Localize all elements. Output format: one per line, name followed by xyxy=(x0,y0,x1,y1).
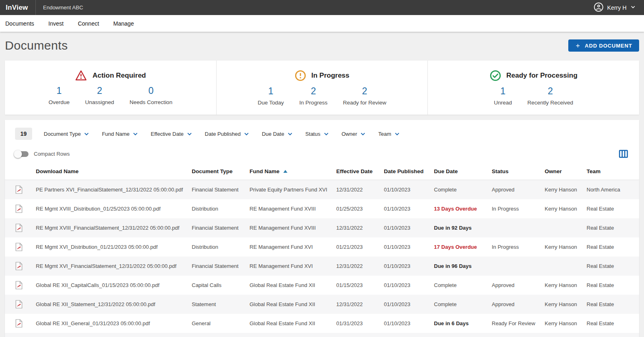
card-title: In Progress xyxy=(311,72,350,80)
table-row[interactable]: RE Mgmt XVIII_Distribution_01/25/2023 05… xyxy=(5,199,639,218)
warning-triangle-icon xyxy=(75,70,87,81)
filter-owner[interactable]: Owner xyxy=(342,131,366,137)
cell-team: Real Estate xyxy=(587,320,639,326)
cell-date-published: 01/10/2023 xyxy=(384,187,434,193)
cell-team: Real Estate xyxy=(587,301,639,307)
add-document-button[interactable]: ADD DOCUMENT xyxy=(568,39,639,52)
filter-label: Due Date xyxy=(262,131,284,137)
filter-effective-date[interactable]: Effective Date xyxy=(151,131,193,137)
card-stats: 1Due Today2In Progress2Ready for Review xyxy=(258,86,386,106)
pdf-file-icon[interactable] xyxy=(15,319,36,328)
cell-fund-name: Global Real Estate Fund XII xyxy=(250,320,336,326)
cell-owner: Kerry Hanson xyxy=(545,320,587,326)
stat-label: Needs Correction xyxy=(129,99,172,105)
compact-rows-toggle[interactable]: Compact Rows xyxy=(15,151,70,157)
card-action-required: Action Required 1Overdue2Unassigned0Need… xyxy=(5,61,216,115)
column-header-owner[interactable]: Owner xyxy=(545,168,587,174)
page-body: Documents ADD DOCUMENT Action Required xyxy=(0,35,644,337)
filter-date-published[interactable]: Date Published xyxy=(205,131,250,137)
stat-label: Overdue xyxy=(48,99,70,105)
cell-document-type: General xyxy=(192,320,250,326)
chevron-down-icon xyxy=(630,4,636,11)
pdf-file-icon[interactable] xyxy=(15,243,36,251)
table-row[interactable]: RE Mgmt XVIII_FinancialStatement_12/31/2… xyxy=(5,218,639,237)
column-header-due-date[interactable]: Due Date xyxy=(434,168,492,174)
filter-label: Effective Date xyxy=(151,131,184,137)
column-header-fund-name[interactable]: Fund Name xyxy=(250,168,336,174)
filter-document-type[interactable]: Document Type xyxy=(44,131,90,137)
table-row[interactable]: Global RE XII_Statement_12/31/2022 05:00… xyxy=(5,295,639,314)
stat-label: Ready for Review xyxy=(343,100,386,106)
filter-list: Document Type Fund Name Effective Date D… xyxy=(44,131,400,137)
cell-date-published: 01/10/2023 xyxy=(384,301,434,307)
cell-due-date: Due in 96 Days xyxy=(434,263,492,269)
column-settings-button[interactable] xyxy=(618,148,629,159)
cell-fund-name: Global Real Estate Fund XII xyxy=(250,282,336,288)
summary-cards: Action Required 1Overdue2Unassigned0Need… xyxy=(5,61,639,115)
cell-team: Real Estate xyxy=(587,244,639,250)
column-header-download-name[interactable]: Download Name xyxy=(36,168,192,174)
stat-unread: 1Unread xyxy=(494,86,512,106)
pdf-file-icon[interactable] xyxy=(15,204,36,213)
stat-unassigned: 2Unassigned xyxy=(85,85,114,105)
table-row[interactable]: PE Partners XVI_FinancialStatement_12/31… xyxy=(5,180,639,199)
add-document-label: ADD DOCUMENT xyxy=(585,43,632,49)
cell-due-date: Due in 6 Days xyxy=(434,320,492,326)
cell-download-name: Global RE XII_General_01/31/2023 05:00:0… xyxy=(36,320,192,326)
column-header-status[interactable]: Status xyxy=(492,168,545,174)
filter-due-date[interactable]: Due Date xyxy=(262,131,293,137)
top-bar: InView Endowment ABC Kerry H xyxy=(0,0,644,15)
stat-value: 2 xyxy=(97,85,102,96)
filter-label: Document Type xyxy=(44,131,81,137)
cell-effective-date: 01/21/2023 xyxy=(336,244,384,250)
column-label: Status xyxy=(492,168,508,174)
pdf-file-icon[interactable] xyxy=(15,281,36,289)
table-row[interactable]: RE Mgmt XVI_Distribution_01/21/2023 05:0… xyxy=(5,237,639,257)
column-header-date-published[interactable]: Date Published xyxy=(384,168,434,174)
stat-label: Recently Received xyxy=(528,100,574,106)
user-menu[interactable]: Kerry H xyxy=(594,2,644,13)
filter-label: Owner xyxy=(342,131,357,137)
nav-item-documents[interactable]: Documents xyxy=(5,20,34,27)
column-header-team[interactable]: Team xyxy=(587,168,639,174)
chevron-down-icon xyxy=(360,131,366,137)
nav-item-manage[interactable]: Manage xyxy=(113,20,134,27)
cell-status: In Progress xyxy=(492,206,545,212)
table-controls-row: Compact Rows xyxy=(5,140,639,159)
cell-effective-date: 01/15/2023 xyxy=(336,282,384,288)
main-nav: DocumentsInvestConnectManage xyxy=(0,15,644,32)
stat-value: 1 xyxy=(500,86,506,97)
cell-date-published: 01/10/2023 xyxy=(384,282,434,288)
pdf-file-icon[interactable] xyxy=(15,185,36,194)
documents-table: Download NameDocument TypeFund NameEffec… xyxy=(5,163,639,337)
nav-item-connect[interactable]: Connect xyxy=(78,20,99,27)
cell-date-published: 01/10/2023 xyxy=(384,225,434,231)
cell-download-name: RE Mgmt XVIII_Distribution_01/25/2023 05… xyxy=(36,206,192,212)
cell-document-type: Financial Statement xyxy=(192,187,250,193)
table-row[interactable]: Global RE XII_General_01/31/2023 05:00:0… xyxy=(5,314,639,333)
stat-value: 2 xyxy=(362,86,367,97)
filter-fund-name[interactable]: Fund Name xyxy=(102,131,138,137)
cell-due-date: 17 Days Overdue xyxy=(434,244,492,250)
chevron-down-icon xyxy=(83,131,90,137)
cell-download-name: RE Mgmt XVIII_FinancialStatement_12/31/2… xyxy=(36,225,192,231)
nav-item-invest[interactable]: Invest xyxy=(48,20,64,27)
pdf-file-icon[interactable] xyxy=(15,300,36,309)
card-stats: 1Unread2Recently Received xyxy=(494,86,573,106)
column-header-effective-date[interactable]: Effective Date xyxy=(336,168,384,174)
filter-label: Date Published xyxy=(205,131,241,137)
stat-needs-correction: 0Needs Correction xyxy=(129,85,172,105)
pdf-file-icon[interactable] xyxy=(15,262,36,270)
cell-document-type: Distribution xyxy=(192,244,250,250)
cell-due-date: Due in 92 Days xyxy=(434,225,492,231)
table-row[interactable]: Global RE XII_CapitalCalls_01/15/2023 05… xyxy=(5,276,639,295)
filter-team[interactable]: Team xyxy=(378,131,400,137)
stat-due-today: 1Due Today xyxy=(258,86,284,106)
compact-rows-label: Compact Rows xyxy=(34,151,70,157)
table-row[interactable]: RE Mgmt XVI_FinancialStatement_12/31/202… xyxy=(5,257,639,276)
pdf-file-icon[interactable] xyxy=(15,224,36,232)
filter-status[interactable]: Status xyxy=(305,131,329,137)
cell-status: Approved xyxy=(492,187,545,193)
column-label: Owner xyxy=(545,168,562,174)
column-header-document-type[interactable]: Document Type xyxy=(192,168,250,174)
